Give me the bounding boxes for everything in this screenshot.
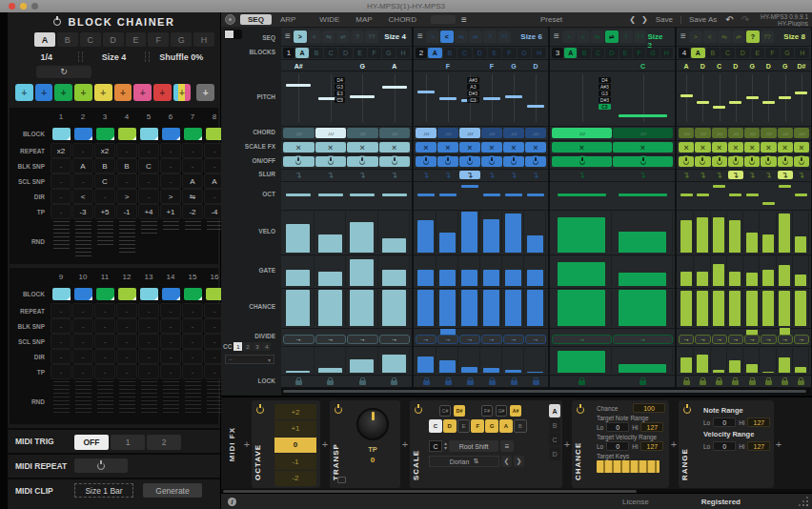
- track-menu-icon[interactable]: ≡: [285, 29, 291, 45]
- scale-fx-button[interactable]: ×: [728, 142, 743, 153]
- chance-bar-cell[interactable]: [679, 290, 694, 326]
- block-color-swatch[interactable]: [52, 288, 71, 300]
- rnd-cell[interactable]: [51, 379, 71, 423]
- next-scale-button[interactable]: ❯: [514, 456, 524, 467]
- chance-bar-cell[interactable]: [794, 290, 809, 326]
- blk-snp-cell[interactable]: C: [138, 158, 159, 173]
- scale-fx-button[interactable]: ×: [761, 142, 776, 153]
- chance-bar-cell[interactable]: [283, 290, 315, 326]
- chord-button[interactable]: ♪♪♪: [525, 128, 546, 138]
- scale-fx-button[interactable]: ×: [459, 142, 480, 153]
- pitch-handle[interactable]: [779, 96, 791, 99]
- dir-cell[interactable]: <: [72, 189, 93, 204]
- step-on-off-button[interactable]: [525, 156, 546, 167]
- tp-cell[interactable]: -: [51, 204, 71, 219]
- transpose-knob[interactable]: [356, 408, 389, 440]
- velo-bar-cell[interactable]: [347, 212, 378, 253]
- white-key-b[interactable]: B: [514, 419, 527, 433]
- rnd-cell[interactable]: [72, 219, 93, 263]
- divide-direction-button[interactable]: →: [459, 335, 480, 344]
- scale-fx-button[interactable]: ×: [744, 142, 760, 153]
- velo-bar-cell[interactable]: [283, 212, 315, 253]
- octave-cell[interactable]: [794, 183, 809, 207]
- cc-bar-cell[interactable]: [613, 348, 673, 373]
- repeat-cell[interactable]: -: [182, 303, 203, 318]
- white-key-a[interactable]: A: [499, 419, 513, 433]
- license-label[interactable]: License: [622, 498, 649, 506]
- direction-button-5[interactable]: ??: [634, 31, 647, 43]
- slur-button[interactable]: ↴: [481, 171, 502, 179]
- dir-cell[interactable]: -: [138, 189, 159, 204]
- tp-cell[interactable]: -: [94, 364, 115, 379]
- step-on-off-button[interactable]: [379, 156, 411, 167]
- gate-bar-cell[interactable]: [379, 256, 411, 286]
- block-cell[interactable]: [160, 124, 181, 143]
- repeat-cell[interactable]: -: [116, 143, 137, 158]
- seq-blocks-toggle[interactable]: [224, 30, 242, 39]
- scale-fx-button[interactable]: ×: [379, 142, 411, 153]
- size-label[interactable]: Size 6: [520, 29, 546, 45]
- cc-bar-cell[interactable]: [728, 348, 743, 373]
- gate-bar-cell[interactable]: [552, 256, 612, 286]
- block-drag-handle[interactable]: +: [74, 84, 92, 101]
- slur-button[interactable]: ↴: [283, 171, 315, 179]
- scale-fx-button[interactable]: ×: [794, 142, 809, 153]
- cc-bar-cell[interactable]: [379, 348, 411, 373]
- block-button-f[interactable]: F: [633, 48, 645, 58]
- repeat-cell[interactable]: -: [138, 303, 159, 318]
- step-on-off-button[interactable]: [459, 156, 480, 167]
- repeat-cell[interactable]: -: [94, 303, 115, 318]
- step-on-off-button[interactable]: [315, 156, 347, 167]
- chord-button[interactable]: ♪♪♪: [613, 128, 673, 138]
- block-button-b[interactable]: B: [310, 48, 323, 58]
- pitch-slider[interactable]: [679, 72, 694, 124]
- add-fx-slot[interactable]: +: [400, 399, 410, 489]
- octave-cell[interactable]: [613, 183, 673, 207]
- divide-direction-button[interactable]: →: [283, 335, 315, 344]
- scl-snp-cell[interactable]: -: [51, 173, 71, 189]
- block-button-a[interactable]: A: [428, 48, 442, 58]
- pitch-handle[interactable]: [286, 84, 311, 87]
- scrollbar-thumb[interactable]: [283, 390, 806, 393]
- gate-bar-cell[interactable]: [481, 256, 502, 286]
- gate-bar-cell[interactable]: [416, 256, 436, 286]
- lock-cell[interactable]: [525, 377, 546, 385]
- chance-bar-cell[interactable]: [728, 290, 743, 326]
- scl-snp-cell[interactable]: -: [160, 334, 181, 349]
- scl-snp-cell[interactable]: -: [182, 334, 203, 349]
- repeat-cell[interactable]: -: [116, 303, 137, 318]
- tab-wide[interactable]: WIDE: [312, 14, 347, 25]
- cc-bar-cell[interactable]: [283, 348, 315, 373]
- power-icon[interactable]: [577, 406, 584, 414]
- repeat-cell[interactable]: -: [160, 143, 181, 158]
- divide-direction-button[interactable]: →: [613, 335, 673, 344]
- cc-target-dropdown[interactable]: --▾: [225, 355, 274, 364]
- midi-repeat-power-button[interactable]: [74, 458, 128, 473]
- root-note-box[interactable]: C: [429, 440, 442, 452]
- step-on-off-button[interactable]: [552, 156, 612, 167]
- pitch-handle[interactable]: [505, 95, 522, 98]
- scale-fx-button[interactable]: ×: [552, 142, 612, 153]
- lock-cell[interactable]: [503, 377, 524, 385]
- undo-icon[interactable]: ↶: [725, 14, 733, 25]
- velo-bar-cell[interactable]: [728, 212, 743, 253]
- gate-bar-cell[interactable]: [744, 256, 760, 286]
- block-button-d[interactable]: D: [473, 48, 487, 58]
- direction-button-2[interactable]: ⇋: [591, 31, 604, 43]
- block-color-swatch[interactable]: [140, 288, 158, 300]
- lock-cell[interactable]: [695, 377, 710, 385]
- chance-bar-cell[interactable]: [379, 290, 411, 326]
- chance-bar-cell[interactable]: [315, 290, 347, 326]
- direction-button-2[interactable]: ⇋: [322, 31, 335, 43]
- dir-cell[interactable]: -: [51, 189, 71, 204]
- slur-button[interactable]: ↴: [695, 171, 710, 179]
- block-drag-handle[interactable]: +: [54, 84, 72, 101]
- chord-button[interactable]: ♪♪♪: [552, 128, 612, 138]
- slur-button[interactable]: ↴: [679, 171, 694, 179]
- gate-bar-cell[interactable]: [347, 256, 378, 286]
- pitch-slider[interactable]: [283, 72, 315, 124]
- generate-button[interactable]: Generate: [143, 483, 202, 498]
- block-button-a[interactable]: A: [564, 48, 577, 58]
- divide-cell[interactable]: →: [416, 330, 436, 344]
- octave-value-0[interactable]: 0: [274, 438, 316, 453]
